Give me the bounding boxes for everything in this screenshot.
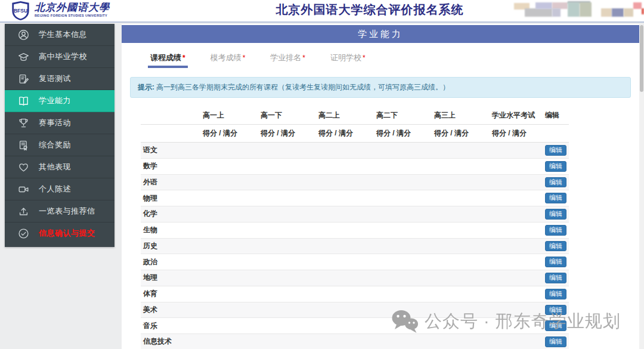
sidebar-item-upload[interactable]: 一览表与推荐信	[5, 200, 114, 223]
edit-cell: 编辑	[543, 286, 569, 302]
score-cell	[200, 334, 258, 349]
edit-button[interactable]: 编辑	[545, 336, 566, 347]
table-row-政治: 政治编辑	[141, 254, 569, 270]
sidebar-item-heart[interactable]: 其他表现	[5, 156, 114, 178]
score-cell	[200, 318, 258, 334]
sidebar-nav: 学生基本信息高中毕业学校复语测试学业能力赛事活动综合奖励其他表现个人陈述一览表与…	[5, 24, 114, 247]
score-cell	[316, 318, 374, 334]
subject-cell: 政治	[141, 254, 200, 270]
score-cell	[200, 238, 258, 254]
tab-2[interactable]: 模考成绩*	[208, 52, 248, 68]
edit-cell: 编辑	[543, 222, 569, 238]
score-cell	[490, 158, 543, 174]
main-content: 学业能力 课程成绩*模考成绩*学业排名*证明学校* 提示:高一到高三各学期期末完…	[122, 24, 639, 349]
score-cell	[316, 174, 374, 190]
check-circle-icon	[18, 228, 29, 239]
edit-cell: 编辑	[543, 254, 569, 270]
score-cell	[490, 318, 543, 334]
table-row-物理: 物理编辑	[141, 190, 569, 206]
score-cell	[316, 190, 374, 206]
upload-icon	[18, 206, 29, 217]
edit-button[interactable]: 编辑	[545, 225, 566, 236]
sidebar-item-trophy[interactable]: 赛事活动	[5, 112, 114, 134]
score-cell	[316, 222, 374, 238]
score-cell	[200, 286, 258, 302]
subject-cell: 物理	[141, 190, 200, 206]
edit-button[interactable]: 编辑	[545, 257, 566, 267]
sidebar-item-label: 学业能力	[39, 95, 71, 106]
edit-button[interactable]: 编辑	[545, 177, 566, 188]
score-subheader: 得分 / 满分	[374, 125, 432, 143]
score-cell	[258, 143, 316, 159]
tab-3[interactable]: 学业排名*	[268, 52, 308, 68]
score-cell	[374, 334, 432, 349]
book-icon	[18, 95, 29, 107]
edit-cell: 编辑	[543, 190, 569, 206]
tab-1[interactable]: 课程成绩*	[148, 52, 188, 68]
edit-cell: 编辑	[543, 143, 569, 159]
score-cell	[490, 206, 543, 223]
sidebar-item-video-camera[interactable]: 个人陈述	[5, 178, 114, 200]
edit-cell: 编辑	[543, 334, 569, 349]
edit-button[interactable]: 编辑	[545, 289, 566, 299]
table-row-外语: 外语编辑	[141, 174, 569, 190]
sidebar-item-label: 信息确认与提交	[39, 228, 95, 239]
score-cell	[374, 190, 432, 206]
system-title: 北京外国语大学综合评价报名系统	[230, 2, 510, 18]
section-header: 学业能力	[122, 25, 639, 43]
score-subheader: 得分 / 满分	[200, 125, 258, 143]
tab-4[interactable]: 证明学校*	[328, 52, 368, 68]
scrollbar-thumb[interactable]	[640, 25, 643, 92]
score-cell	[258, 286, 316, 302]
sidebar-item-check-circle[interactable]: 信息确认与提交	[5, 223, 114, 244]
score-cell	[316, 158, 374, 174]
sidebar-item-graduation-cap[interactable]: 高中毕业学校	[5, 46, 114, 68]
sidebar-item-book[interactable]: 学业能力	[5, 90, 114, 112]
sidebar-item-label: 综合奖励	[39, 140, 71, 150]
score-subheader: 得分 / 满分	[432, 125, 490, 143]
sidebar-item-user[interactable]: 学生基本信息	[5, 24, 114, 46]
score-cell	[490, 254, 543, 270]
edit-button[interactable]: 编辑	[545, 161, 566, 172]
score-cell	[258, 238, 316, 254]
edit-button[interactable]: 编辑	[545, 145, 566, 156]
score-cell	[490, 222, 543, 238]
vertical-scrollbar[interactable]	[639, 24, 644, 349]
sidebar-item-label: 个人陈述	[39, 184, 71, 194]
term-column-header: 学业水平考试	[490, 107, 543, 125]
required-asterisk: *	[182, 54, 185, 62]
logo-cn-text: 北京外國语大學	[35, 2, 110, 13]
score-cell	[374, 302, 432, 318]
edit-button[interactable]: 编辑	[545, 193, 566, 203]
user-icon	[18, 29, 29, 41]
subheader-spacer	[141, 125, 200, 143]
edit-button[interactable]: 编辑	[545, 305, 566, 316]
score-cell	[258, 222, 316, 238]
tab-label: 学业排名	[270, 53, 301, 62]
sidebar-item-document-edit[interactable]: 复语测试	[5, 68, 114, 90]
edit-button[interactable]: 编辑	[545, 209, 566, 220]
score-cell	[316, 270, 374, 286]
score-cell	[316, 238, 374, 254]
score-cell	[258, 318, 316, 334]
edit-button[interactable]: 编辑	[545, 273, 566, 283]
sidebar-item-certificate[interactable]: 综合奖励	[5, 134, 114, 156]
bfsu-shield-icon: BFSU	[11, 1, 30, 21]
score-cell	[490, 238, 543, 254]
score-cell	[258, 254, 316, 270]
score-cell	[374, 174, 432, 190]
edit-button[interactable]: 编辑	[545, 241, 566, 252]
tab-label: 模考成绩	[210, 53, 242, 62]
edit-button[interactable]: 编辑	[545, 320, 566, 331]
logo-en-text: BEIJING FOREIGN STUDIES UNIVERSITY	[35, 13, 110, 18]
subject-cell: 化学	[141, 206, 200, 223]
sidebar-item-label: 高中毕业学校	[39, 51, 87, 62]
subject-cell: 外语	[141, 174, 200, 190]
score-cell	[374, 254, 432, 270]
edit-cell: 编辑	[543, 302, 569, 318]
score-cell	[200, 206, 258, 223]
score-cell	[374, 270, 432, 286]
table-row-体育: 体育编辑	[141, 286, 569, 302]
score-cell	[258, 334, 316, 349]
edit-cell: 编辑	[543, 270, 569, 286]
